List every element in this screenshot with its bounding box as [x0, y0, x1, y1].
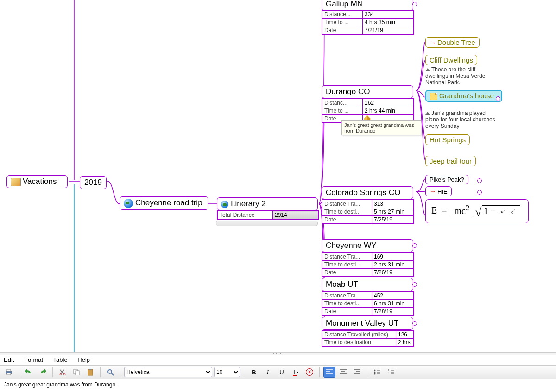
note-tooltip: Jan's great great grandma was from Duran…: [341, 120, 421, 135]
durango-detail[interactable]: Distanc...162 Time to ...2 hrs 44 min Da…: [322, 98, 414, 123]
node-cliff[interactable]: Cliff Dwellings: [425, 55, 477, 65]
globe-icon: [221, 201, 228, 208]
node-pikes[interactable]: Pike's Peak?: [425, 175, 468, 184]
arrow-icon: →: [430, 39, 436, 46]
node-gallup[interactable]: Gallup MN: [322, 0, 413, 11]
node-cheyenne[interactable]: Cheyenne WY: [322, 239, 413, 252]
expand-knob[interactable]: [412, 321, 417, 326]
expand-knob[interactable]: [477, 178, 482, 183]
moab-detail[interactable]: Distance Tra...452 Time to desti...6 hrs…: [322, 291, 414, 316]
expand-knob[interactable]: [412, 243, 417, 248]
cheyenne-detail[interactable]: Distance Tra...169 Time to desti...2 hrs…: [322, 252, 414, 277]
expand-knob[interactable]: [412, 2, 417, 6]
itinerary-detail[interactable]: Total Distance2914: [217, 210, 319, 220]
expand-knob[interactable]: [496, 96, 500, 101]
node-doubletree[interactable]: →Double Tree: [425, 37, 480, 48]
node-hie[interactable]: →HIE: [425, 186, 452, 196]
photo-icon: [11, 178, 21, 186]
note-grandma: Jan's grandma played piano for four loca…: [425, 110, 499, 129]
node-durango[interactable]: Durango CO: [322, 85, 413, 98]
note-cliff: These are the cliff dwellings in Mesa Ve…: [425, 67, 499, 86]
cosprings-detail[interactable]: Distance Tra...313 Time to desti...5 hrs…: [322, 199, 414, 224]
monument-detail[interactable]: Distance Travelled (miles)126 Time to de…: [322, 330, 414, 347]
note-icon: [430, 93, 437, 100]
node-moab[interactable]: Moab UT: [322, 278, 413, 291]
gallup-detail[interactable]: Distance...334 Time to ...4 hrs 35 min D…: [322, 10, 414, 35]
globe-icon: [124, 199, 133, 208]
node-label: Vacations: [23, 177, 57, 186]
node-jeep[interactable]: Jeep trail tour: [425, 156, 476, 166]
expand-knob[interactable]: [477, 190, 482, 195]
node-monument[interactable]: Monument Valley UT: [322, 317, 413, 330]
node-trip[interactable]: Cheyenne road trip: [120, 196, 208, 210]
mindmap-canvas[interactable]: Vacations 2019 Cheyenne road trip Itiner…: [0, 0, 556, 352]
node-2019[interactable]: 2019: [80, 176, 107, 189]
node-itinerary[interactable]: Itinerary 2: [217, 197, 318, 210]
node-formula[interactable]: E = mc2√1 − v2c2: [425, 199, 529, 223]
node-hotsprings[interactable]: Hot Springs: [425, 134, 470, 145]
horizontal-scrollbar[interactable]: [216, 221, 318, 226]
expand-knob[interactable]: [412, 282, 417, 287]
arrow-icon: →: [430, 188, 436, 195]
node-vacations[interactable]: Vacations: [6, 175, 68, 188]
node-grandma[interactable]: Grandma's house: [425, 90, 502, 102]
node-cosprings[interactable]: Colorado Springs CO: [322, 186, 413, 199]
